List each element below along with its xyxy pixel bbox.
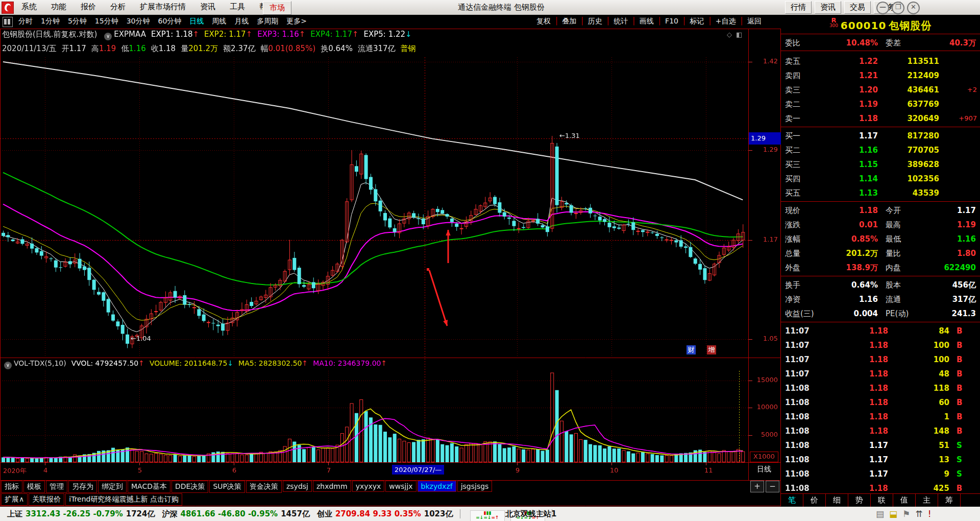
year-label: 2020年 bbox=[3, 466, 27, 476]
bottom-tab2-扩展∧[interactable]: 扩展∧ bbox=[1, 493, 28, 506]
restore-button[interactable]: ❐ bbox=[892, 2, 904, 14]
period-tab-更多>[interactable]: 更多> bbox=[282, 15, 311, 28]
index-quote-创业[interactable]: 创业2709.84 9.33 0.35%1023亿 bbox=[317, 507, 453, 521]
index-quote-上证[interactable]: 上证3312.43 -26.25 -0.79%1724亿 bbox=[7, 507, 155, 521]
top-button-行情[interactable]: 行情 bbox=[785, 1, 812, 14]
bottom-tab-yxyxyx[interactable]: yxyxyx bbox=[352, 481, 385, 492]
quote-tab-主[interactable]: 主 bbox=[916, 494, 938, 507]
quote-tab-笔[interactable]: 笔 bbox=[781, 494, 803, 507]
quote-tab-价[interactable]: 价 bbox=[803, 494, 826, 507]
month-tick-label: 4 bbox=[43, 466, 47, 474]
zoom-out-button[interactable]: − bbox=[766, 481, 779, 492]
bottom-tab-绑定到[interactable]: 绑定到 bbox=[98, 481, 127, 493]
bottom-tab-zsydsj[interactable]: zsydsj bbox=[283, 481, 312, 492]
toolbar-button-F10[interactable]: F10 bbox=[662, 15, 681, 27]
period-tab-5分钟[interactable]: 5分钟 bbox=[64, 15, 91, 28]
tick-row: 11:071.18100B bbox=[781, 338, 980, 352]
up-arrow-icon: ↑ bbox=[352, 30, 359, 39]
period-tab-月线[interactable]: 月线 bbox=[230, 15, 253, 28]
menu-item-资讯[interactable]: 资讯 bbox=[193, 0, 223, 14]
bottom-tab-MACD基本[interactable]: MACD基本 bbox=[128, 481, 170, 493]
toolbar-button-叠加[interactable]: 叠加 bbox=[559, 15, 579, 28]
minimize-button[interactable]: — bbox=[876, 2, 889, 14]
server-name: 北京双线主站1 bbox=[505, 507, 556, 521]
quote-tab-势[interactable]: 势 bbox=[848, 494, 871, 507]
flag-icon[interactable]: ⚑ bbox=[902, 509, 910, 519]
period-tab-多周期[interactable]: 多周期 bbox=[253, 15, 282, 28]
bottom-tab-bkzydxzf[interactable]: bkzydxzf bbox=[418, 481, 456, 492]
bottom-tab-zhxdmm[interactable]: zhxdmm bbox=[313, 481, 351, 492]
quote-tab-值[interactable]: 值 bbox=[893, 494, 916, 507]
menu-item-报价[interactable]: 报价 bbox=[74, 0, 103, 14]
toolbar-button-+自选[interactable]: +自选 bbox=[713, 15, 739, 28]
toolbar-button-历史[interactable]: 历史 bbox=[585, 15, 605, 28]
vol-indicator-name: VOL-TDX(5,10) bbox=[14, 359, 66, 367]
kline-chart-canvas[interactable] bbox=[0, 0, 781, 521]
info-row: 净资1.16流通317亿 bbox=[781, 292, 980, 306]
tick-row: 11:081.1713S bbox=[781, 453, 980, 467]
bottom-tab-wwsjjx[interactable]: wwsjjx bbox=[385, 481, 416, 492]
zoom-in-button[interactable]: + bbox=[750, 481, 764, 492]
bottom-tab-另存为[interactable]: 另存为 bbox=[68, 481, 97, 493]
coin-icon[interactable]: ⬓ bbox=[889, 509, 897, 519]
chevron-down-icon[interactable]: ∨ bbox=[4, 362, 12, 369]
bottom-tab2-关联报价[interactable]: 关联报价 bbox=[29, 493, 64, 506]
bottom-tab-指标[interactable]: 指标 bbox=[1, 481, 22, 493]
toolbar-button-复权[interactable]: 复权 bbox=[533, 15, 554, 28]
period-tab-60分钟[interactable]: 60分钟 bbox=[154, 15, 186, 28]
period-tab-分时[interactable]: 分时 bbox=[14, 15, 37, 28]
ohlc-item: 低1.16 bbox=[121, 44, 145, 53]
index-quote-沪深[interactable]: 沪深4861.66 -46.80 -0.95%1457亿 bbox=[162, 507, 309, 521]
tick-row: 11:081.18118B bbox=[781, 381, 980, 395]
layout-icon[interactable] bbox=[3, 17, 13, 27]
bottom-tab-SUP决策[interactable]: SUP决策 bbox=[209, 481, 245, 493]
ask-row: 卖三1.20436461+2 bbox=[781, 83, 980, 97]
toolbar-button-返回[interactable]: 返回 bbox=[744, 15, 765, 28]
alert-icon[interactable]: ! bbox=[928, 509, 932, 519]
ask-row: 卖五1.22113511 bbox=[781, 54, 980, 68]
stock-title: R300 600010 包钢股份 bbox=[781, 18, 980, 33]
bottom-tab-jsgsjsgs[interactable]: jsgsjsgs bbox=[457, 481, 493, 492]
toolbar-button-统计[interactable]: 统计 bbox=[610, 15, 631, 28]
period-tab-30分钟[interactable]: 30分钟 bbox=[122, 15, 154, 28]
menu-item-扩展市场行情[interactable]: 扩展市场行情 bbox=[133, 0, 193, 14]
bottom-tab2-iTrend[interactable]: iTrend研究终端震撼上新 点击订购 bbox=[65, 493, 182, 506]
period-tabs: 分时1分钟5分钟15分钟30分钟60分钟日线周线月线多周期更多> bbox=[14, 15, 311, 28]
bottom-tab-模板[interactable]: 模板 bbox=[23, 481, 45, 493]
badge-增[interactable]: 增 bbox=[707, 345, 716, 354]
diamond-icon[interactable]: ◇ bbox=[727, 31, 736, 38]
period-tab-15分钟[interactable]: 15分钟 bbox=[91, 15, 122, 28]
sh-trend-icon[interactable]: ▮▮▮=↓=↓=↑ bbox=[470, 510, 505, 521]
quote-tab-联[interactable]: 联 bbox=[871, 494, 893, 507]
notes-icon[interactable]: ▤ bbox=[876, 509, 884, 519]
toolbar-button-标记[interactable]: 标记 bbox=[687, 15, 707, 28]
menu-item-分析[interactable]: 分析 bbox=[103, 0, 133, 14]
up-arrow-icon: ↑ bbox=[302, 359, 308, 367]
quote-panel: R300 600010 包钢股份 委比10.48%委差40.3万卖五1.2211… bbox=[781, 15, 980, 506]
bottom-tab-资金决策[interactable]: 资金决策 bbox=[246, 481, 282, 493]
up-arrows-icon[interactable]: ⇈ bbox=[915, 509, 922, 519]
quote-tab-细[interactable]: 细 bbox=[826, 494, 848, 507]
badge-财[interactable]: 财 bbox=[687, 345, 696, 354]
period-tab-日线[interactable]: 日线 bbox=[185, 15, 208, 28]
info-row: 现价1.18今开1.17 bbox=[781, 203, 980, 218]
period-tab-1分钟[interactable]: 1分钟 bbox=[37, 15, 64, 28]
month-tick-label: 9 bbox=[516, 466, 520, 474]
top-button-资讯[interactable]: 资讯 bbox=[815, 1, 841, 14]
menu-item-工具[interactable]: 工具 bbox=[223, 0, 252, 14]
ohlc-item: 量201.2万 bbox=[181, 44, 218, 53]
top-button-交易[interactable]: 交易 bbox=[844, 1, 871, 14]
menu-item-功能[interactable]: 功能 bbox=[44, 0, 74, 14]
ohlc-info-line: 2020/11/13/五开1.17高1.19低1.16收1.18量201.2万额… bbox=[2, 44, 747, 54]
tick-row: 11:081.181B bbox=[781, 410, 980, 424]
bottom-tab-管理[interactable]: 管理 bbox=[46, 481, 67, 493]
split-screen-icon[interactable]: ◧ bbox=[736, 31, 746, 38]
toolbar-button-画线[interactable]: 画线 bbox=[636, 15, 657, 28]
chevron-down-icon[interactable]: ∨ bbox=[104, 33, 112, 40]
menu-item-market[interactable]: 市场 bbox=[263, 1, 291, 15]
bottom-tab-DDE决策[interactable]: DDE决策 bbox=[172, 481, 208, 493]
period-tab-周线[interactable]: 周线 bbox=[208, 15, 230, 28]
close-button[interactable]: ✕ bbox=[907, 2, 920, 14]
quote-tab-筹[interactable]: 筹 bbox=[938, 494, 961, 507]
menu-item-系统[interactable]: 系统 bbox=[14, 0, 44, 14]
